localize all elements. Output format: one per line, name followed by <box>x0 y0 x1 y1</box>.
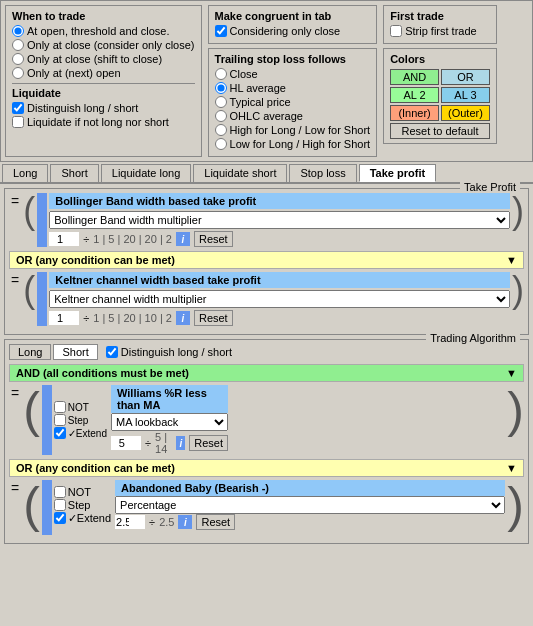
blue-bar-a1 <box>42 385 52 455</box>
algo-block1-select[interactable]: MA lookback <box>111 413 228 431</box>
trading-algo-title: Trading Algorithm <box>426 332 520 344</box>
tp-block1: = ( Bollinger Band width based take prof… <box>9 193 524 247</box>
not-step-extend-1: NOT Step ✓Extend Williams %R less than M… <box>54 385 94 455</box>
algo-block2-hints: 2.5 <box>159 516 174 528</box>
strip-first-trade-checkbox[interactable] <box>390 25 402 37</box>
inner-tab-long[interactable]: Long <box>9 344 51 360</box>
ts-radio-4[interactable] <box>215 124 227 136</box>
and-color-btn[interactable]: AND <box>390 69 439 85</box>
tp-block2: = ( Keltner channel width based take pro… <box>9 272 524 326</box>
tab-liquidate-long[interactable]: Liquidate long <box>101 164 192 182</box>
ts-option-1: HL average <box>215 82 371 94</box>
tp-block2-input[interactable] <box>49 311 79 325</box>
liquidate-option-0: Distinguish long / short <box>12 102 195 114</box>
wtt-radio-2[interactable] <box>12 53 24 65</box>
tp-block1-label: Bollinger Band width based take profit <box>49 193 510 209</box>
tab-liquidate-short[interactable]: Liquidate short <box>193 164 287 182</box>
tp-block2-inner: Keltner channel width based take profit … <box>49 272 510 326</box>
eq-sign-a2: = <box>9 480 21 535</box>
wtt-radio-3[interactable] <box>12 67 24 79</box>
tp-block1-select[interactable]: Bollinger Band width multiplier <box>49 211 510 229</box>
tp-block1-up-down: ÷ <box>83 233 89 245</box>
liquidate-check-0[interactable] <box>12 102 24 114</box>
wtt-radio-0[interactable] <box>12 25 24 37</box>
when-to-trade-section: When to trade At open, threshold and clo… <box>5 5 202 157</box>
colors-section: Colors AND OR AL 2 AL 3 (Inner) (Outer) … <box>383 48 497 144</box>
step-check-1[interactable] <box>54 414 66 426</box>
bracket-right-a2: ) <box>507 480 524 535</box>
eq-sign-a1: = <box>9 385 21 455</box>
al3-color-btn[interactable]: AL 3 <box>441 87 490 103</box>
tp-or-bar: OR (any condition can be met) ▼ <box>9 251 524 269</box>
bracket-right-1: ) <box>512 193 524 247</box>
tp-block1-input[interactable] <box>49 232 79 246</box>
tp-block1-select-row: Bollinger Band width multiplier <box>49 211 510 229</box>
algo-block2-reset[interactable]: Reset <box>196 514 235 530</box>
ts-radio-0[interactable] <box>215 68 227 80</box>
blue-bar-a2 <box>42 480 52 535</box>
not-check-1[interactable] <box>54 401 66 413</box>
tp-block1-hints: 1 | 5 | 20 | 20 | 2 <box>93 233 172 245</box>
extend-check-1[interactable] <box>54 427 66 439</box>
bracket-left-1: ( <box>23 193 35 247</box>
tab-stop-loss[interactable]: Stop loss <box>289 164 356 182</box>
and-bar: AND (all conditions must be met) ▼ <box>9 364 524 382</box>
take-profit-box: Take Profit = ( Bollinger Band width bas… <box>4 188 529 335</box>
algo-block1-num-row: ÷ 5 | 14 i Reset <box>111 431 228 455</box>
first-trade-check-row: Strip first trade <box>390 25 490 37</box>
make-congruent-section: Make congruent in tab Considering only c… <box>208 5 378 44</box>
bracket-left-a2: ( <box>23 480 40 535</box>
not-check-2[interactable] <box>54 486 66 498</box>
inner-color-btn[interactable]: (Inner) <box>390 105 439 121</box>
liquidate-title: Liquidate <box>12 87 195 99</box>
tab-long[interactable]: Long <box>2 164 48 182</box>
tp-block1-info[interactable]: i <box>176 232 190 246</box>
al2-color-btn[interactable]: AL 2 <box>390 87 439 103</box>
ts-radio-3[interactable] <box>215 110 227 122</box>
right-sections: First trade Strip first trade Colors AND… <box>383 5 497 157</box>
or-bar-arrow[interactable]: ▼ <box>506 254 517 266</box>
algo-block1-reset[interactable]: Reset <box>189 435 228 451</box>
make-congruent-checkbox[interactable] <box>215 25 227 37</box>
extend-check-2[interactable] <box>54 512 66 524</box>
tp-block1-reset[interactable]: Reset <box>194 231 233 247</box>
distinguish-checkbox[interactable] <box>106 346 118 358</box>
liquidate-option-1: Liquidate if not long nor short <box>12 116 195 128</box>
ts-option-0: Close <box>215 68 371 80</box>
algo-block2-select[interactable]: Percentage <box>115 496 505 514</box>
ts-radio-2[interactable] <box>215 96 227 108</box>
main-content: Take Profit = ( Bollinger Band width bas… <box>0 184 533 548</box>
outer-color-btn[interactable]: (Outer) <box>441 105 490 121</box>
algo-block2-num-row: ÷ 2.5 i Reset <box>115 514 505 530</box>
inner-tabs-row: Long Short Distinguish long / short <box>9 344 524 360</box>
tp-block2-hints: 1 | 5 | 20 | 10 | 2 <box>93 312 172 324</box>
tab-take-profit[interactable]: Take profit <box>359 164 436 182</box>
algo-block1-info[interactable]: i <box>176 436 185 450</box>
tp-block2-label: Keltner channel width based take profit <box>49 272 510 288</box>
ts-radio-1[interactable] <box>215 82 227 94</box>
liquidate-check-1[interactable] <box>12 116 24 128</box>
tp-block2-info[interactable]: i <box>176 311 190 325</box>
or-color-btn[interactable]: OR <box>441 69 490 85</box>
wtt-radio-1[interactable] <box>12 39 24 51</box>
colors-title: Colors <box>390 53 490 65</box>
algo-or-bar-arrow[interactable]: ▼ <box>506 462 517 474</box>
step-check-2[interactable] <box>54 499 66 511</box>
algo-block1-input[interactable] <box>111 436 141 450</box>
ts-radio-5[interactable] <box>215 138 227 150</box>
algo-block2-info[interactable]: i <box>178 515 192 529</box>
inner-tab-short[interactable]: Short <box>53 344 97 360</box>
middle-sections: Make congruent in tab Considering only c… <box>208 5 378 157</box>
make-congruent-check-row: Considering only close <box>215 25 371 37</box>
reset-to-default-btn[interactable]: Reset to default <box>390 123 490 139</box>
tab-short[interactable]: Short <box>50 164 98 182</box>
tp-block2-select[interactable]: Keltner channel width multiplier <box>49 290 510 308</box>
algo-block2-label: Abandoned Baby (Bearish -) <box>115 480 505 496</box>
eq-sign-1: = <box>9 193 21 247</box>
and-bar-arrow[interactable]: ▼ <box>506 367 517 379</box>
tp-block2-reset[interactable]: Reset <box>194 310 233 326</box>
algo-block2-input[interactable] <box>115 515 145 529</box>
trailing-stop-title: Trailing stop loss follows <box>215 53 371 65</box>
distinguish-check-row: Distinguish long / short <box>106 346 232 358</box>
wtt-option-0: At open, threshold and close. <box>12 25 195 37</box>
